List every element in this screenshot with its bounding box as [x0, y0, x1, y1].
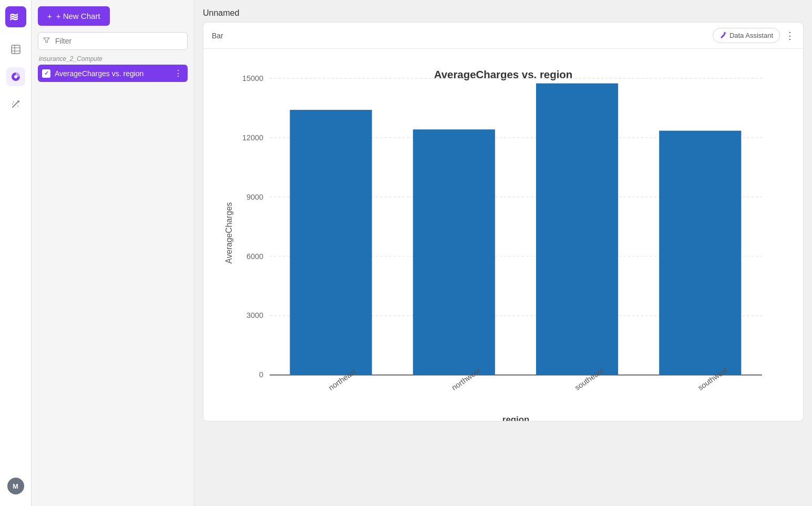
- svg-line-8: [13, 102, 18, 107]
- bar-chart-svg: AverageCharges vs. region 0 3000 6000: [219, 59, 787, 421]
- data-assistant-button[interactable]: Data Assistant: [713, 28, 780, 43]
- sidebar-item-chart[interactable]: [6, 67, 25, 86]
- check-icon: ✓: [44, 70, 49, 77]
- chart-type-label: Bar: [212, 32, 223, 40]
- chart-title: Unnamed: [203, 8, 804, 18]
- svg-text:≋: ≋: [9, 11, 18, 24]
- wand-icon: [720, 31, 727, 40]
- y-axis-label: AverageCharges: [224, 202, 233, 264]
- chart-checkbox[interactable]: ✓: [42, 69, 50, 78]
- main-content: Unnamed Bar Data Assistant ⋮: [194, 0, 812, 506]
- more-options-button[interactable]: ⋮: [785, 30, 795, 42]
- user-avatar[interactable]: M: [6, 477, 25, 495]
- plus-icon: +: [47, 12, 52, 20]
- chart-card-header: Bar Data Assistant ⋮: [203, 23, 803, 49]
- app-logo: ≋: [5, 6, 26, 27]
- svg-point-7: [14, 75, 17, 78]
- x-axis-label: region: [502, 415, 529, 421]
- svg-text:9000: 9000: [246, 193, 263, 201]
- new-chart-button[interactable]: + + New Chart: [38, 6, 110, 26]
- svg-point-9: [17, 100, 19, 102]
- chart-item-menu-button[interactable]: ⋮: [173, 68, 183, 78]
- filter-input[interactable]: [38, 32, 188, 50]
- svg-point-12: [12, 104, 13, 105]
- svg-text:0: 0: [259, 370, 263, 379]
- chart-item-label: AverageCharges vs. region: [55, 69, 169, 78]
- avatar[interactable]: M: [7, 478, 24, 494]
- bar-northeast: [290, 110, 372, 375]
- chart-card-actions: Data Assistant ⋮: [713, 28, 795, 43]
- svg-point-11: [17, 106, 18, 107]
- bar-southwest: [659, 131, 741, 375]
- chart-body: AverageCharges vs. region 0 3000 6000: [203, 49, 803, 421]
- sidebar-item-magic[interactable]: [6, 95, 25, 113]
- filter-wrap: [38, 32, 188, 50]
- svg-point-10: [13, 101, 14, 102]
- svg-text:12000: 12000: [242, 133, 263, 142]
- chart-list-item[interactable]: ✓ AverageCharges vs. region ⋮: [38, 65, 188, 82]
- dataset-label: insurance_2_Compute: [38, 55, 188, 63]
- svg-text:3000: 3000: [246, 311, 263, 319]
- bar-southeast: [536, 84, 618, 375]
- bar-northwest: [413, 129, 495, 375]
- svg-text:15000: 15000: [242, 74, 263, 82]
- chart-heading: AverageCharges vs. region: [434, 69, 573, 80]
- left-panel: + + New Chart insurance_2_Compute ✓ Aver…: [32, 0, 194, 506]
- icon-sidebar: ≋ M: [0, 0, 32, 506]
- chart-card: Bar Data Assistant ⋮ AverageCharges v: [203, 22, 804, 421]
- filter-icon: [43, 37, 50, 45]
- sidebar-item-table[interactable]: [6, 40, 25, 59]
- svg-text:6000: 6000: [246, 252, 263, 261]
- svg-rect-2: [12, 45, 20, 54]
